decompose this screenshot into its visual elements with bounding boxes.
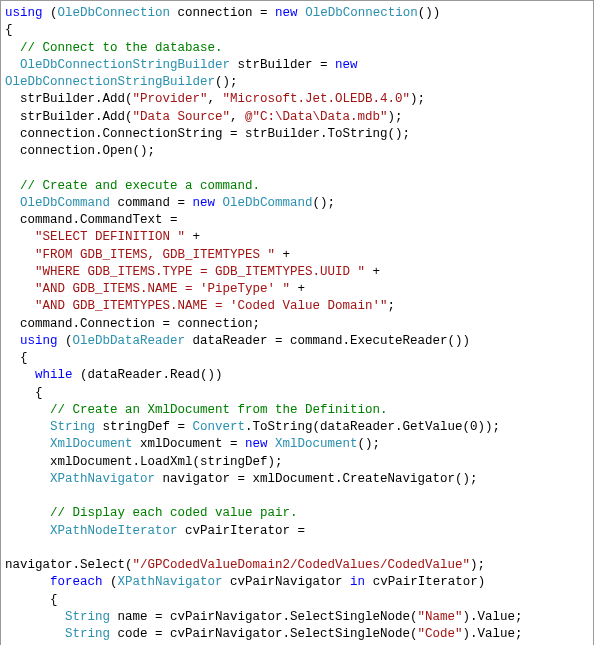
code-block: using (OleDbConnection connection = new … (0, 0, 594, 645)
t: command.CommandText = (5, 213, 178, 227)
t: ).Value; (463, 610, 523, 624)
t: stringDef = (95, 420, 193, 434)
t: { (5, 23, 13, 37)
t: cvPairNavigator (223, 575, 351, 589)
type-xpathnav: XPathNavigator (118, 575, 223, 589)
type-string: String (65, 627, 110, 641)
t: + (275, 248, 290, 262)
type-xpathni: XPathNodeIterator (50, 524, 178, 538)
comment: // Display each coded value pair. (50, 506, 298, 520)
t: ); (470, 558, 485, 572)
t (215, 196, 223, 210)
type-oledbcsb: OleDbConnectionStringBuilder (20, 58, 230, 72)
str: @"C:\Data\Data.mdb" (245, 110, 388, 124)
t (5, 58, 20, 72)
t: strBuilder = (230, 58, 335, 72)
str: "Microsoft.Jet.OLEDB.4.0" (223, 92, 411, 106)
t: ); (388, 110, 403, 124)
t: connection.ConnectionString = strBuilder… (5, 127, 410, 141)
t: (); (313, 196, 336, 210)
str: "WHERE GDB_ITEMS.TYPE = GDB_ITEMTYPES.UU… (35, 265, 365, 279)
str: "Code" (418, 627, 463, 641)
t (5, 179, 20, 193)
str: "Name" (418, 610, 463, 624)
type-string: String (50, 420, 95, 434)
t (5, 472, 50, 486)
str: "/GPCodedValueDomain2/CodedValues/CodedV… (133, 558, 471, 572)
t: , (230, 110, 245, 124)
t: ()) (418, 6, 441, 20)
t (5, 524, 50, 538)
t (5, 506, 50, 520)
t (5, 627, 65, 641)
t: xmlDocument = (133, 437, 246, 451)
t: ; (388, 299, 396, 313)
t (268, 437, 276, 451)
t: { (5, 386, 43, 400)
t (5, 403, 50, 417)
type-oledbdr: OleDbDataReader (73, 334, 186, 348)
t: xmlDocument.LoadXml(stringDef); (5, 455, 283, 469)
t: (); (358, 437, 381, 451)
t: navigator.Select( (5, 558, 133, 572)
t: ( (58, 334, 73, 348)
t: (); (215, 75, 238, 89)
type-xmldoc: XmlDocument (275, 437, 358, 451)
t: navigator = xmlDocument.CreateNavigator(… (155, 472, 478, 486)
t: dataReader = command.ExecuteReader()) (185, 334, 470, 348)
t (5, 610, 65, 624)
kw-new: new (275, 6, 298, 20)
comment: // Create an XmlDocument from the Defini… (50, 403, 388, 417)
t: cvPairIterator) (365, 575, 485, 589)
kw-foreach: foreach (50, 575, 103, 589)
t (5, 41, 20, 55)
comment: // Create and execute a command. (20, 179, 260, 193)
t (5, 248, 35, 262)
t (5, 282, 35, 296)
type-oledbcmd: OleDbCommand (223, 196, 313, 210)
t: command.Connection = connection; (5, 317, 260, 331)
type-oledbconn: OleDbConnection (305, 6, 418, 20)
kw-new: new (335, 58, 358, 72)
t (5, 230, 35, 244)
str: "AND GDB_ITEMTYPES.NAME = 'Coded Value D… (35, 299, 388, 313)
t: , (208, 92, 223, 106)
t: connection.Open(); (5, 144, 155, 158)
t (5, 299, 35, 313)
t (5, 368, 35, 382)
t: name = cvPairNavigator.SelectSingleNode( (110, 610, 418, 624)
t (5, 265, 35, 279)
t: strBuilder.Add( (5, 110, 133, 124)
type-oledbcsb: OleDbConnectionStringBuilder (5, 75, 215, 89)
kw-new: new (193, 196, 216, 210)
type-oledbcmd: OleDbCommand (20, 196, 110, 210)
comment: // Connect to the database. (20, 41, 223, 55)
kw-using: using (20, 334, 58, 348)
t: + (365, 265, 380, 279)
t (5, 334, 20, 348)
t (5, 575, 50, 589)
str: "FROM GDB_ITEMS, GDB_ITEMTYPES " (35, 248, 275, 262)
t (298, 6, 306, 20)
t (5, 420, 50, 434)
str: "Data Source" (133, 110, 231, 124)
t: command = (110, 196, 193, 210)
str: "Provider" (133, 92, 208, 106)
t: { (5, 593, 58, 607)
t (5, 196, 20, 210)
type-xmldoc: XmlDocument (50, 437, 133, 451)
t: ); (410, 92, 425, 106)
t: cvPairIterator = (178, 524, 306, 538)
kw-in: in (350, 575, 365, 589)
str: "AND GDB_ITEMS.NAME = 'PipeType' " (35, 282, 290, 296)
t: ).Value; (463, 627, 523, 641)
type-oledbconn: OleDbConnection (58, 6, 171, 20)
type-convert: Convert (193, 420, 246, 434)
type-xpathnav: XPathNavigator (50, 472, 155, 486)
t: + (185, 230, 200, 244)
t: strBuilder.Add( (5, 92, 133, 106)
str: "SELECT DEFINITION " (35, 230, 185, 244)
kw-using: using (5, 6, 43, 20)
kw-while: while (35, 368, 73, 382)
type-string: String (65, 610, 110, 624)
